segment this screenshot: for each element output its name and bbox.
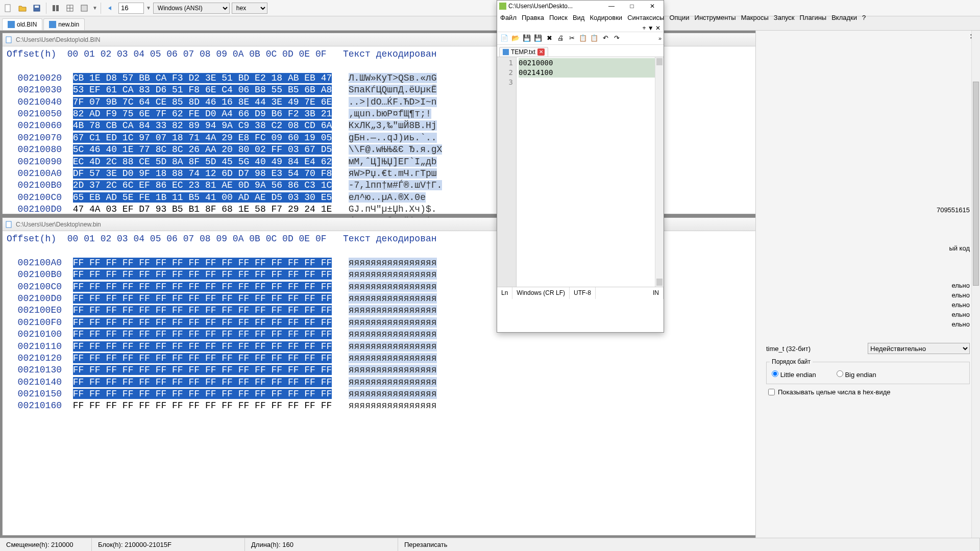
plus-icon[interactable]: +: [642, 24, 646, 32]
dropdown-arrow-icon[interactable]: ▼: [92, 5, 97, 11]
npp-menubar: ФайлПравкаПоискВидКодировкиСинтаксисыОпц…: [497, 12, 664, 24]
tab-close-icon[interactable]: ✕: [537, 48, 545, 56]
close-icon[interactable]: ✕: [655, 24, 660, 32]
save-icon[interactable]: 💾: [522, 33, 532, 43]
inspector-value: ельно: [766, 311, 970, 318]
line-gutter: 123: [497, 57, 517, 287]
vertical-scrollbar[interactable]: [655, 57, 664, 287]
file-icon: [503, 49, 509, 55]
svg-rect-3: [53, 5, 55, 11]
new-file-button[interactable]: [2, 2, 14, 14]
new-icon[interactable]: 📄: [499, 33, 509, 43]
tool-button-3[interactable]: [78, 2, 90, 14]
npp-menu-extra: + ▼ ✕: [497, 24, 664, 32]
file-tab-new[interactable]: new.bin: [43, 18, 85, 30]
notepadpp-window: C:\Users\User\Deskto... — □ ✕ ФайлПравка…: [497, 0, 664, 333]
status-mode: Перезаписать: [398, 538, 980, 551]
text-area[interactable]: 00210000 00214100: [517, 57, 664, 287]
save-all-icon[interactable]: 💾: [533, 33, 543, 43]
svg-rect-8: [6, 221, 11, 228]
chevron-down-icon[interactable]: ▼: [648, 24, 654, 32]
scroll-down-icon[interactable]: [656, 279, 663, 286]
status-block: Блок(h): 210000-21015F: [92, 538, 245, 551]
menu-item[interactable]: Кодировки: [590, 14, 622, 21]
menu-item[interactable]: ?: [862, 14, 866, 21]
bytes-per-row-input[interactable]: [118, 3, 144, 14]
status-length: Длина(h): 160: [245, 538, 398, 551]
status-offset: Смещение(h): 210000: [0, 538, 92, 551]
close-button[interactable]: ✕: [643, 1, 662, 11]
time-t-label: time_t (32-бит): [766, 345, 868, 353]
inspector-value: 709551615: [766, 206, 970, 214]
svg-rect-0: [5, 5, 10, 12]
menu-item[interactable]: Плагины: [800, 14, 827, 21]
inspector-label: ый код: [766, 244, 970, 252]
print-icon[interactable]: 🖨: [555, 33, 566, 43]
npp-tab-temp[interactable]: TEMP.txt ✕: [499, 47, 548, 57]
open-file-button[interactable]: [16, 2, 29, 14]
byte-order-legend: Порядок байт: [770, 358, 813, 365]
document-icon: [6, 221, 13, 228]
more-icon[interactable]: »: [658, 35, 662, 41]
svg-rect-9: [499, 3, 506, 10]
pane-title: C:\Users\User\Desktop\old.BIN: [16, 36, 100, 43]
tool-button-2[interactable]: [64, 2, 76, 14]
cut-icon[interactable]: ✂: [567, 33, 577, 43]
file-tab-old[interactable]: old.BIN: [2, 18, 42, 30]
close-icon[interactable]: ✖: [544, 33, 554, 43]
npp-tabs: TEMP.txt ✕: [497, 45, 664, 57]
pane-title: C:\Users\User\Desktop\new.bin: [16, 221, 101, 228]
checkbox-label: Показывать целые числа в hex-виде: [778, 388, 891, 396]
paste-icon[interactable]: 📋: [589, 33, 599, 43]
maximize-button[interactable]: □: [623, 1, 641, 11]
redo-icon[interactable]: ↷: [611, 33, 622, 43]
save-button[interactable]: [31, 2, 43, 14]
encoding-select[interactable]: Windows (ANSI): [153, 3, 230, 14]
menu-item[interactable]: Вид: [573, 14, 585, 21]
menu-item[interactable]: Синтаксисы: [627, 14, 664, 21]
tab-label: old.BIN: [17, 21, 37, 28]
menu-item[interactable]: Запуск: [774, 14, 795, 21]
npp-title: C:\Users\User\Deskto...: [508, 3, 573, 10]
minimize-button[interactable]: —: [602, 1, 621, 11]
undo-button[interactable]: [104, 2, 116, 14]
tab-label: new.bin: [58, 21, 79, 28]
npp-editor[interactable]: 123 00210000 00214100: [497, 57, 664, 287]
byte-order-fieldset: Порядок байт Little endian Big endian: [766, 358, 970, 384]
menu-item[interactable]: Макросы: [741, 14, 769, 21]
menu-item[interactable]: Инструменты: [695, 14, 736, 21]
little-endian-radio[interactable]: Little endian: [772, 370, 816, 379]
separator: [101, 3, 101, 14]
undo-icon[interactable]: ↶: [600, 33, 610, 43]
tab-label: TEMP.txt: [511, 48, 535, 56]
status-ins: IN: [596, 287, 664, 299]
scroll-up-icon[interactable]: [656, 58, 663, 65]
menu-item[interactable]: Поиск: [549, 14, 568, 21]
document-icon: [6, 36, 13, 43]
menu-item[interactable]: Вкладки: [831, 14, 857, 21]
npp-toolbar: 📄 📂 💾 💾 ✖ 🖨 ✂ 📋 📋 ↶ ↷ »: [497, 32, 664, 45]
menu-item[interactable]: Опции: [669, 14, 689, 21]
svg-rect-4: [56, 5, 59, 11]
inspector-value: ельно: [766, 282, 970, 289]
copy-icon[interactable]: 📋: [578, 33, 588, 43]
show-hex-checkbox[interactable]: [768, 389, 775, 395]
npp-titlebar[interactable]: C:\Users\User\Deskto... — □ ✕: [497, 1, 664, 12]
svg-rect-2: [35, 6, 39, 8]
offset-mode-select[interactable]: hex: [232, 3, 267, 14]
npp-statusbar: Ln Windows (CR LF) UTF-8 IN: [497, 287, 664, 299]
time-t-select[interactable]: Недействительно: [868, 343, 970, 354]
menu-item[interactable]: Файл: [500, 14, 517, 21]
svg-rect-6: [81, 5, 87, 11]
file-icon: [49, 21, 56, 28]
tool-button-1[interactable]: [50, 2, 62, 14]
status-enc: UTF-8: [570, 287, 596, 299]
menu-item[interactable]: Правка: [522, 14, 544, 21]
open-icon[interactable]: 📂: [510, 33, 521, 43]
scroll-thumb[interactable]: [973, 82, 979, 286]
statusbar: Смещение(h): 210000 Блок(h): 210000-2101…: [0, 538, 980, 551]
spinner-icon[interactable]: ▼: [146, 5, 151, 11]
big-endian-radio[interactable]: Big endian: [837, 370, 876, 379]
svg-rect-10: [503, 49, 509, 55]
vertical-scrollbar[interactable]: [971, 31, 980, 538]
